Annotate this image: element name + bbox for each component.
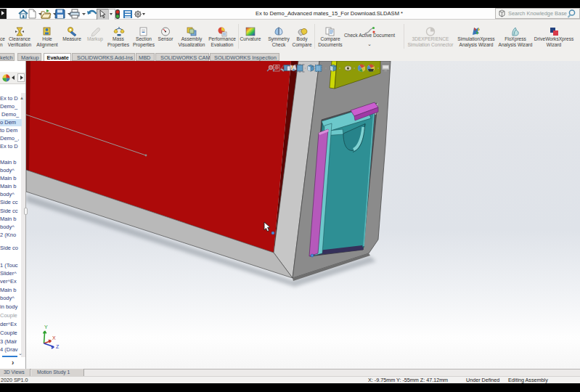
svg-text:Y: Y: [44, 324, 48, 330]
svg-text:X: X: [52, 335, 56, 340]
svg-text:Z: Z: [56, 344, 60, 349]
